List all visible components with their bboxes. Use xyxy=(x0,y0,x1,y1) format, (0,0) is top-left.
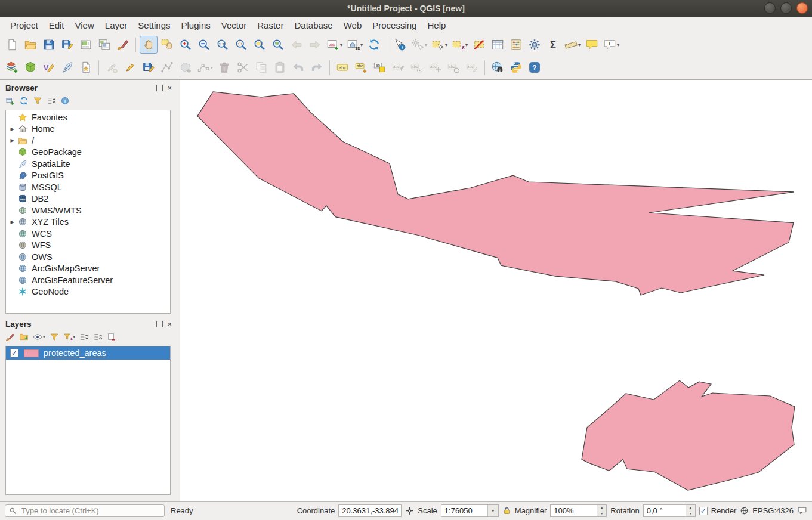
zoom-to-layer-button[interactable] xyxy=(269,36,287,54)
expander-icon[interactable]: ▶ xyxy=(8,126,17,132)
zoom-out-button[interactable] xyxy=(195,36,213,54)
filter-legend-by-expression-button[interactable]: ε▾ xyxy=(63,331,76,343)
float-panel-icon[interactable] xyxy=(156,321,163,327)
collapse-all-button[interactable] xyxy=(47,95,56,107)
rotation-input[interactable] xyxy=(644,506,686,515)
deselect-all-button[interactable] xyxy=(470,36,488,54)
browser-item-geonode[interactable]: GeoNode xyxy=(6,286,170,298)
browser-item-ows[interactable]: OWS xyxy=(6,251,170,263)
open-attribute-table-button[interactable] xyxy=(489,36,507,54)
new-temporary-scratch-layer-button[interactable] xyxy=(77,58,95,76)
browser-item-arcgismapserver[interactable]: ArcGisMapServer xyxy=(6,263,170,275)
close-panel-icon[interactable] xyxy=(167,85,172,91)
scale-combo[interactable]: 1:76050 xyxy=(441,504,499,517)
browser-item-db2[interactable]: DB2DB2 xyxy=(6,193,170,205)
layer-diagram-options-button[interactable]: abc xyxy=(352,58,370,76)
locate-input[interactable] xyxy=(20,506,160,516)
new-spatialite-layer-button[interactable] xyxy=(58,58,76,76)
data-source-manager-button[interactable] xyxy=(3,58,21,76)
menu-raster[interactable]: Raster xyxy=(252,18,289,32)
layer-item-protected-areas[interactable]: ✓protected_areas xyxy=(6,346,170,360)
python-console-button[interactable] xyxy=(507,58,525,76)
collapse-all-button[interactable] xyxy=(93,331,103,343)
pan-map-button[interactable] xyxy=(140,36,158,54)
menu-plugins[interactable]: Plugins xyxy=(176,18,216,32)
select-by-expression-button[interactable]: ε▾ xyxy=(450,36,470,54)
map-canvas[interactable] xyxy=(180,80,812,501)
save-project-button[interactable] xyxy=(40,36,58,54)
new-print-layout-button[interactable] xyxy=(77,36,95,54)
locate-bar[interactable] xyxy=(5,504,165,517)
browser-item-arcgisfeatureserver[interactable]: ArcGisFeatureServer xyxy=(6,274,170,286)
browser-item-geopackage[interactable]: GeoPackage xyxy=(6,147,170,159)
browser-item-xyz-tiles[interactable]: ▶XYZ Tiles xyxy=(6,216,170,228)
add-selected-layers-button[interactable] xyxy=(5,95,15,107)
browser-item-spatialite[interactable]: SpatiaLite xyxy=(6,158,170,170)
highlight-pinned-labels-button[interactable]: ab xyxy=(371,58,388,76)
crs-globe-icon[interactable] xyxy=(740,506,749,515)
close-button[interactable] xyxy=(796,2,808,14)
menu-layer[interactable]: Layer xyxy=(100,18,133,32)
select-features-button[interactable]: ▾ xyxy=(430,36,449,54)
metasearch-button[interactable] xyxy=(489,58,507,76)
messages-icon[interactable] xyxy=(797,506,807,516)
chevron-down-icon[interactable] xyxy=(487,505,498,516)
new-geopackage-layer-button[interactable] xyxy=(21,58,39,76)
render-checkbox[interactable]: ✓ xyxy=(699,507,708,515)
new-3d-map-view-button[interactable]: 3D▾ xyxy=(345,36,365,54)
show-layout-manager-button[interactable] xyxy=(95,36,113,54)
minimize-button[interactable] xyxy=(764,2,776,14)
processing-toolbox-button[interactable] xyxy=(526,36,544,54)
expand-all-button[interactable] xyxy=(79,331,89,343)
expander-icon[interactable]: ▶ xyxy=(8,219,17,225)
save-project-as-button[interactable] xyxy=(58,36,76,54)
style-manager-button[interactable] xyxy=(114,36,132,54)
field-calculator-button[interactable] xyxy=(507,36,525,54)
menu-vector[interactable]: Vector xyxy=(216,18,252,32)
browser-item-wms-wmts[interactable]: WMS/WMTS xyxy=(6,205,170,216)
browser-item-favorites[interactable]: Favorites xyxy=(6,112,170,123)
browser-item-root[interactable]: ▶/ xyxy=(6,135,170,147)
map-tips-button[interactable] xyxy=(583,36,601,54)
menu-settings[interactable]: Settings xyxy=(132,18,175,32)
new-shapefile-layer-button[interactable]: V xyxy=(40,58,58,76)
zoom-to-selection-button[interactable] xyxy=(251,36,268,54)
menu-processing[interactable]: Processing xyxy=(367,18,422,32)
spinner-buttons[interactable] xyxy=(597,505,606,516)
new-project-button[interactable] xyxy=(3,36,21,54)
menu-help[interactable]: Help xyxy=(422,18,451,32)
browser-item-mssql[interactable]: MSSQL xyxy=(6,181,170,193)
refresh-browser-button[interactable] xyxy=(19,95,29,107)
expander-icon[interactable]: ▶ xyxy=(8,138,17,143)
open-layer-styling-panel-button[interactable] xyxy=(5,331,15,343)
zoom-native-button[interactable]: 1:1 xyxy=(214,36,231,54)
lock-scale-icon[interactable] xyxy=(502,506,511,515)
add-group-button[interactable] xyxy=(19,331,29,343)
open-project-button[interactable] xyxy=(21,36,39,54)
browser-item-postgis[interactable]: PostGIS xyxy=(6,170,170,182)
new-map-view-button[interactable]: ▾ xyxy=(325,36,344,54)
statistics-button[interactable]: Σ xyxy=(544,36,562,54)
pan-to-selection-button[interactable] xyxy=(158,36,176,54)
identify-features-button[interactable]: i xyxy=(391,36,409,54)
filter-browser-button[interactable] xyxy=(33,95,42,107)
text-annotation-button[interactable]: T▾ xyxy=(601,36,621,54)
crs-status[interactable]: EPSG:4326 xyxy=(752,506,794,515)
menu-database[interactable]: Database xyxy=(289,18,338,32)
magnifier-input[interactable] xyxy=(551,506,597,515)
zoom-in-button[interactable] xyxy=(177,36,194,54)
help-button[interactable]: ? xyxy=(526,58,544,76)
zoom-full-button[interactable] xyxy=(232,36,250,54)
toggle-editing-button[interactable] xyxy=(121,58,139,76)
float-panel-icon[interactable] xyxy=(156,85,163,91)
close-panel-icon[interactable] xyxy=(167,321,172,327)
layer-visibility-checkbox[interactable]: ✓ xyxy=(10,349,18,357)
menu-view[interactable]: View xyxy=(70,18,100,32)
menu-project[interactable]: Project xyxy=(5,18,44,32)
browser-item-wfs[interactable]: WFS xyxy=(6,240,170,252)
show-properties-widget-button[interactable]: i xyxy=(60,95,70,107)
measure-line-button[interactable]: ▾ xyxy=(563,36,582,54)
coordinate-input[interactable] xyxy=(339,506,401,515)
manage-map-themes-button[interactable]: ▾ xyxy=(33,331,45,343)
refresh-map-button[interactable] xyxy=(365,36,383,54)
